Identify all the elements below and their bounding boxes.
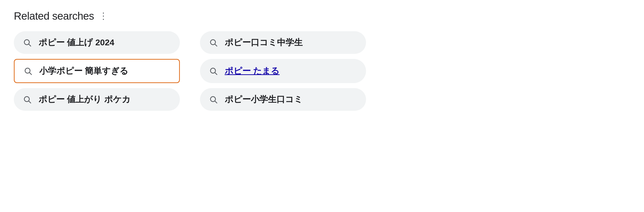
search-item-label: ポピー 値上がり ポケカ bbox=[38, 94, 131, 105]
search-item-item-4[interactable]: ポピー たまる bbox=[200, 59, 366, 83]
search-item-item-1[interactable]: ポピー 値上げ 2024 bbox=[14, 31, 180, 54]
svg-line-9 bbox=[29, 101, 31, 103]
more-options-icon[interactable]: ⋮ bbox=[98, 11, 109, 22]
svg-line-3 bbox=[215, 44, 217, 46]
search-item-item-2[interactable]: ポピー口コミ中学生 bbox=[200, 31, 366, 54]
section-header: Related searches ⋮ bbox=[14, 10, 366, 22]
related-searches-section: Related searches ⋮ ポピー 値上げ 2024 ポピー口コミ中学… bbox=[14, 10, 366, 111]
search-icon bbox=[23, 95, 31, 104]
search-item-label: ポピー小学生口コミ bbox=[225, 94, 303, 105]
svg-line-1 bbox=[29, 44, 31, 46]
section-title: Related searches bbox=[14, 10, 94, 22]
search-item-label: 小学ポピー 簡単すぎる bbox=[39, 65, 128, 77]
search-item-label: ポピー たまる bbox=[225, 65, 279, 77]
search-icon bbox=[209, 95, 218, 104]
svg-line-11 bbox=[215, 101, 217, 103]
svg-line-5 bbox=[29, 73, 31, 75]
search-item-label: ポピー口コミ中学生 bbox=[225, 37, 303, 48]
search-item-item-6[interactable]: ポピー小学生口コミ bbox=[200, 88, 366, 111]
search-item-item-3[interactable]: 小学ポピー 簡単すぎる bbox=[14, 59, 180, 83]
search-item-label: ポピー 値上げ 2024 bbox=[38, 37, 114, 48]
search-icon bbox=[23, 38, 31, 47]
search-item-item-5[interactable]: ポピー 値上がり ポケカ bbox=[14, 88, 180, 111]
search-icon bbox=[209, 67, 218, 75]
svg-line-7 bbox=[215, 73, 217, 75]
search-items-grid: ポピー 値上げ 2024 ポピー口コミ中学生 小学ポピー 簡単すぎる ポピー た… bbox=[14, 31, 366, 111]
search-icon bbox=[209, 38, 218, 47]
search-icon bbox=[24, 67, 32, 75]
